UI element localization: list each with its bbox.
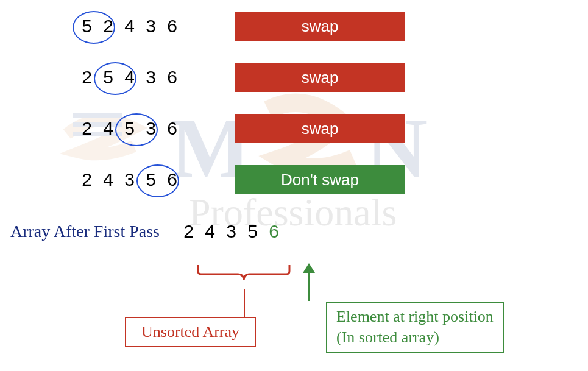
unsorted-label: Unsorted Array [141,323,239,341]
array-value: 6 [161,67,183,88]
array-value: 6 [161,118,183,139]
result-label: Array After First Pass [10,222,160,241]
sorted-label-line2: (In sorted array) [336,327,494,348]
arrow-line [308,269,310,301]
array-value: 4 [199,221,221,242]
result-array: 24356 [178,221,285,242]
brace-connector-line [244,289,245,317]
array-value-sorted: 6 [263,221,285,242]
action-swap: swap [235,114,405,143]
array-step-4: 24356 [76,169,198,190]
array-value: 2 [76,169,97,190]
step-row-3: 24536 swap [9,111,579,146]
comparison-circle [136,164,179,197]
comparison-circle [115,113,158,146]
array-value: 3 [140,67,161,88]
unsorted-brace-icon [195,262,292,286]
result-row: Array After First Pass 24356 [9,221,579,242]
array-value: 2 [178,221,199,242]
array-value: 3 [221,221,242,242]
step-row-4: 24356 Don't swap [9,163,579,197]
comparison-circle [73,11,115,44]
unsorted-label-box: Unsorted Array [125,317,256,347]
action-swap: swap [235,63,405,92]
sorted-label-line1: Element at right position [336,306,494,327]
array-step-3: 24536 [76,118,198,139]
array-value: 3 [140,16,161,37]
step-row-1: 52436 swap [9,9,579,43]
array-step-2: 25436 [76,67,198,88]
array-value: 4 [119,16,140,37]
array-value: 4 [97,169,119,190]
comparison-circle [94,62,136,95]
array-value: 6 [161,16,183,37]
action-swap: swap [235,12,405,41]
step-row-2: 25436 swap [9,60,579,94]
array-step-1: 52436 [76,16,198,37]
sorted-label-box: Element at right position (In sorted arr… [326,302,504,353]
array-value: 5 [242,221,263,242]
action-noswap: Don't swap [235,165,405,194]
array-value: 2 [76,118,97,139]
